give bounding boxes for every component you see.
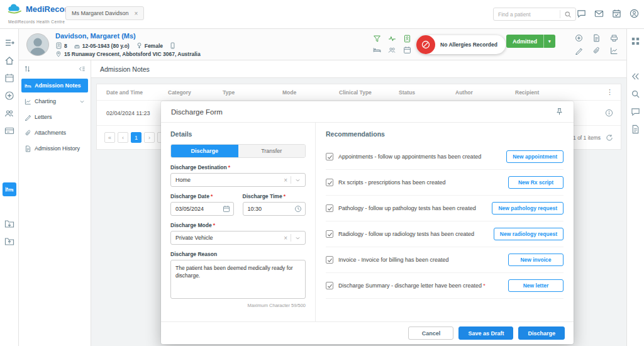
tab-transfer[interactable]: Transfer bbox=[238, 145, 306, 157]
required-asterisk: * bbox=[211, 193, 213, 199]
new-letter-button[interactable]: New letter bbox=[508, 279, 564, 292]
calendar-check-icon[interactable] bbox=[612, 9, 621, 18]
paperclip-icon bbox=[25, 130, 31, 137]
column-header[interactable]: Type bbox=[223, 89, 282, 96]
new-rx-script-button[interactable]: New Rx script bbox=[508, 176, 564, 189]
search-icon[interactable] bbox=[564, 11, 572, 18]
column-header[interactable]: Clinical Type bbox=[339, 89, 399, 96]
outgoing-folder-icon[interactable] bbox=[4, 237, 14, 247]
first-page-button[interactable]: « bbox=[104, 132, 115, 143]
tab-discharge[interactable]: Discharge bbox=[171, 145, 238, 157]
messages-panel-icon[interactable] bbox=[631, 107, 640, 116]
patient-tab[interactable]: Ms Margaret Davidson × bbox=[65, 6, 144, 20]
vitals-icon[interactable] bbox=[388, 35, 396, 43]
chevron-down-icon[interactable]: ▾ bbox=[543, 35, 555, 48]
info-icon[interactable] bbox=[605, 109, 613, 117]
sidebar-item-charting[interactable]: Charting bbox=[21, 94, 88, 108]
expand-all-icon[interactable] bbox=[24, 65, 31, 72]
patient-name[interactable]: Davidson, Margaret (Ms) bbox=[55, 32, 136, 40]
next-page-button[interactable]: › bbox=[144, 132, 155, 143]
calendar-icon[interactable] bbox=[4, 73, 14, 83]
checkbox-checked[interactable] bbox=[326, 230, 333, 238]
recommendation-pathology: Pathology - follow up pathology tests ha… bbox=[326, 196, 564, 221]
contacts-icon[interactable] bbox=[388, 46, 396, 54]
clear-icon[interactable]: × bbox=[280, 177, 291, 184]
sidebar-item-attachments[interactable]: Attachments bbox=[21, 126, 88, 140]
mail-icon[interactable] bbox=[594, 9, 604, 18]
new-appointment-button[interactable]: New appointment bbox=[506, 150, 564, 163]
pencil-icon bbox=[25, 114, 31, 121]
inpatient-admissions-icon[interactable] bbox=[3, 182, 16, 196]
allergy-status-badge[interactable]: No Allergies Recorded bbox=[416, 35, 506, 54]
clinical-icon[interactable] bbox=[4, 91, 14, 101]
checkbox-checked[interactable] bbox=[326, 204, 333, 212]
admission-status-button[interactable]: Admitted ▾ bbox=[506, 35, 555, 48]
bed-status-icon[interactable] bbox=[373, 46, 381, 54]
search-input[interactable] bbox=[494, 11, 560, 18]
search-panel-icon[interactable] bbox=[631, 89, 640, 99]
discharge-reason-textarea[interactable]: The patient has been deemed medically re… bbox=[170, 260, 306, 299]
document-icon[interactable] bbox=[592, 34, 601, 42]
checkbox-checked[interactable] bbox=[326, 256, 333, 264]
patient-avatar[interactable] bbox=[26, 33, 49, 56]
discharge-button[interactable]: Discharge bbox=[518, 326, 565, 340]
collapse-sidebar-icon[interactable] bbox=[79, 65, 86, 72]
immunisation-icon[interactable] bbox=[575, 34, 583, 42]
close-tab-icon[interactable]: × bbox=[135, 10, 138, 17]
edit-icon[interactable] bbox=[575, 47, 583, 55]
home-icon[interactable] bbox=[4, 55, 14, 65]
billing-icon[interactable] bbox=[4, 126, 14, 136]
refresh-icon[interactable] bbox=[606, 134, 613, 142]
chevron-down-icon[interactable] bbox=[295, 235, 301, 241]
notes-panel-icon[interactable] bbox=[631, 125, 640, 134]
table-menu-icon[interactable]: ⋮ bbox=[606, 88, 613, 96]
checkbox-checked[interactable] bbox=[326, 153, 333, 160]
phone[interactable] bbox=[169, 42, 176, 49]
gender: Female bbox=[136, 42, 163, 49]
appointments-icon[interactable] bbox=[403, 46, 411, 54]
chat-icon[interactable] bbox=[577, 9, 586, 18]
filter-icon[interactable] bbox=[373, 35, 381, 43]
medirecords-logo-icon bbox=[6, 4, 23, 14]
clock-icon[interactable] bbox=[294, 205, 302, 213]
save-as-draft-button[interactable]: Save as Draft bbox=[458, 326, 513, 340]
account-icon[interactable] bbox=[630, 9, 639, 18]
apps-grid-icon[interactable] bbox=[631, 36, 640, 46]
cancel-button[interactable]: Cancel bbox=[408, 326, 453, 340]
attachment-icon[interactable] bbox=[592, 47, 601, 55]
sidebar-item-admission-history[interactable]: Admission History bbox=[21, 142, 88, 155]
page-title: Admission Notes bbox=[91, 60, 626, 78]
new-radiology-request-button[interactable]: New radiology request bbox=[494, 228, 564, 240]
pin-dialog-icon[interactable] bbox=[555, 108, 564, 116]
page-number-button[interactable]: 1 bbox=[131, 132, 142, 143]
chevron-down-icon[interactable] bbox=[295, 177, 301, 183]
checkbox-checked[interactable] bbox=[326, 179, 333, 186]
column-header[interactable]: Recipient bbox=[515, 89, 606, 96]
id-card-icon[interactable] bbox=[403, 35, 411, 43]
destination-select[interactable]: Home × bbox=[170, 173, 306, 187]
column-header[interactable]: Author bbox=[455, 89, 515, 96]
collapse-panel-icon[interactable] bbox=[631, 72, 640, 81]
column-header[interactable]: Date and Time bbox=[106, 89, 168, 96]
column-header[interactable]: Category bbox=[168, 89, 223, 96]
new-invoice-button[interactable]: New invoice bbox=[508, 254, 564, 266]
chevron-down-icon[interactable] bbox=[79, 99, 85, 104]
checkbox-checked[interactable] bbox=[326, 282, 333, 289]
calendar-icon[interactable] bbox=[223, 205, 230, 213]
previous-page-button[interactable]: ‹ bbox=[118, 132, 128, 143]
row-date-time: 02/04/2024 11:23 bbox=[106, 110, 168, 116]
sidebar-item-admission-notes[interactable]: Admission Notes bbox=[21, 79, 88, 92]
incoming-folder-icon[interactable] bbox=[4, 219, 14, 229]
column-header[interactable]: Status bbox=[399, 89, 455, 96]
column-header[interactable]: Mode bbox=[282, 89, 339, 96]
patients-icon[interactable] bbox=[4, 108, 14, 118]
print-icon[interactable] bbox=[610, 34, 618, 42]
chart-icon[interactable] bbox=[610, 47, 618, 55]
mode-select[interactable]: Private Vehicle × bbox=[170, 231, 306, 245]
clear-icon[interactable]: × bbox=[280, 235, 291, 242]
org-name: MediRecords Health Centre bbox=[8, 20, 65, 24]
menu-toggle-icon[interactable] bbox=[4, 38, 14, 48]
destination-label: Discharge Destination* bbox=[170, 164, 306, 170]
sidebar-item-letters[interactable]: Letters bbox=[21, 110, 88, 124]
new-pathology-request-button[interactable]: New pathology request bbox=[492, 202, 564, 215]
